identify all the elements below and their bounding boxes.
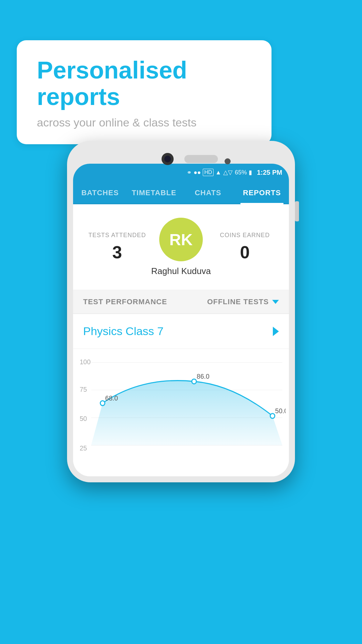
phone-speaker	[184, 155, 218, 163]
tests-attended-value: 3	[83, 242, 151, 262]
phone-camera	[162, 153, 174, 165]
avatar: RK	[159, 218, 203, 261]
data-label-3: 50.0	[275, 407, 286, 415]
tab-batches[interactable]: BATCHES	[73, 181, 127, 203]
phone-volume-button	[295, 201, 299, 221]
network-icon: △▽	[223, 169, 233, 176]
y-label-50: 50	[80, 415, 87, 423]
performance-title: TEST PERFORMANCE	[83, 298, 167, 306]
status-time: 1:25 PM	[257, 169, 282, 176]
status-bar: ⚭ ●● HD ▲ △▽ 65% ▮ 1:25 PM	[73, 164, 289, 181]
bluetooth-icon: ⚭	[187, 169, 192, 176]
wifi-icon: ▲	[216, 169, 222, 176]
nav-tabs: BATCHES TIMETABLE CHATS REPORTS	[73, 181, 289, 204]
bubble-title: Personalised reports	[37, 57, 251, 110]
tab-timetable[interactable]: TIMETABLE	[127, 181, 181, 203]
battery-level: 65%	[235, 169, 247, 176]
speech-bubble: Personalised reports across your online …	[17, 40, 272, 144]
performance-header: TEST PERFORMANCE OFFLINE TESTS	[73, 290, 289, 314]
status-icons: ⚭ ●● HD ▲ △▽ 65% ▮ 1:25 PM	[187, 169, 282, 176]
tab-chats[interactable]: CHATS	[181, 181, 235, 203]
data-point-1	[100, 401, 105, 406]
tests-attended-block: TESTS ATTENDED 3	[83, 232, 151, 262]
data-point-2	[192, 379, 196, 384]
profile-section: TESTS ATTENDED 3 RK Raghul Kuduva COINS …	[73, 204, 289, 290]
bubble-subtitle: across your online & class tests	[37, 116, 251, 129]
coins-earned-value: 0	[211, 242, 279, 262]
coins-earned-label: COINS EARNED	[211, 232, 279, 239]
coins-earned-block: COINS EARNED 0	[211, 232, 279, 262]
battery-icon: ▮	[249, 169, 252, 176]
data-label-2: 86.0	[197, 372, 209, 380]
offline-tests-dropdown[interactable]: OFFLINE TESTS	[207, 298, 279, 306]
performance-chart: 100 75 50 25	[73, 349, 289, 476]
y-label-100: 100	[80, 358, 91, 366]
data-point-3	[270, 414, 275, 418]
avatar-block: RK Raghul Kuduva	[151, 218, 211, 276]
signal-icon: ●●	[194, 169, 201, 176]
class-name: Physics Class 7	[83, 325, 164, 338]
phone-screen: ⚭ ●● HD ▲ △▽ 65% ▮ 1:25 PM BATCHES TIMET…	[73, 164, 289, 476]
tests-attended-label: TESTS ATTENDED	[83, 232, 151, 239]
y-label-75: 75	[80, 386, 87, 393]
chevron-right-icon	[273, 327, 279, 336]
physics-class-row[interactable]: Physics Class 7	[73, 314, 289, 349]
chevron-down-icon	[272, 300, 279, 304]
user-name: Raghul Kuduva	[151, 266, 211, 276]
data-label-1: 68.0	[105, 394, 118, 402]
tab-reports[interactable]: REPORTS	[235, 181, 289, 203]
phone-sensor	[225, 158, 231, 164]
chart-area-fill	[91, 381, 282, 445]
phone-device: ⚭ ●● HD ▲ △▽ 65% ▮ 1:25 PM BATCHES TIMET…	[67, 141, 295, 482]
chart-svg: 100 75 50 25	[76, 356, 286, 476]
y-label-25: 25	[80, 444, 87, 452]
hd-icon: HD	[203, 169, 213, 176]
